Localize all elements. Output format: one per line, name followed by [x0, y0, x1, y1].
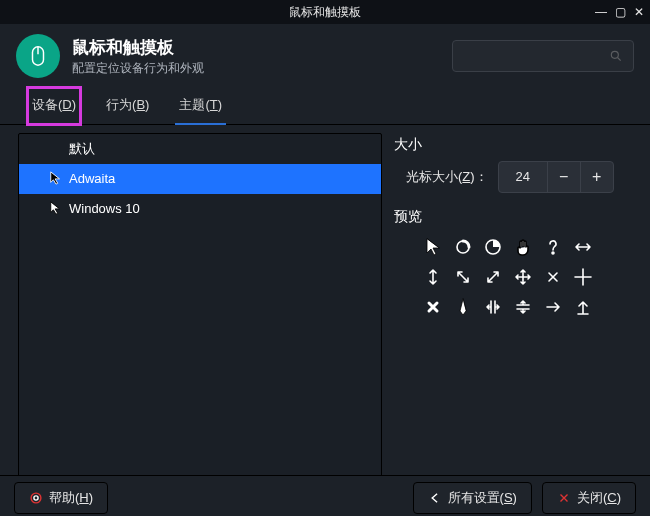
cursor-resize-ew-icon	[568, 232, 598, 262]
search-icon	[609, 49, 623, 63]
page-title: 鼠标和触摸板	[72, 36, 204, 60]
cursor-size-value: 24	[499, 168, 547, 186]
header-titles: 鼠标和触摸板 配置定位设备行为和外观	[72, 36, 204, 77]
cursor-resize-row-icon	[508, 292, 538, 322]
list-item-label: Adwaita	[69, 170, 115, 188]
all-settings-button[interactable]: 所有设置(S)	[413, 482, 532, 514]
tab-devices[interactable]: 设备(D)	[28, 88, 80, 124]
cursor-preview-grid	[418, 232, 632, 322]
maximize-button[interactable]: ▢	[615, 4, 626, 21]
list-item-label: 默认	[69, 140, 95, 158]
arrow-left-icon	[428, 491, 442, 505]
list-item[interactable]: 默认	[19, 134, 381, 164]
body: 默认 Adwaita Windows 10 大小 光标大小(Z)： 24 − +…	[0, 125, 650, 477]
cursor-arrow-icon	[418, 232, 448, 262]
cursor-resize-nwse-icon	[448, 262, 478, 292]
svg-line-3	[618, 58, 621, 61]
tab-theme[interactable]: 主题(T)	[175, 88, 226, 124]
cursor-crosshair-icon	[568, 262, 598, 292]
close-button[interactable]: 关闭(C)	[542, 482, 636, 514]
cursor-not-allowed-icon	[538, 262, 568, 292]
cursor-resize-nesw-icon	[478, 262, 508, 292]
cursor-resize-ns-icon	[418, 262, 448, 292]
footer: 帮助(H) 所有设置(S) 关闭(C)	[0, 475, 650, 516]
cursor-icon	[49, 201, 63, 215]
window-title: 鼠标和触摸板	[289, 4, 361, 21]
close-icon	[557, 491, 571, 505]
cursor-size-stepper[interactable]: 24 − +	[498, 161, 614, 193]
right-pane: 大小 光标大小(Z)： 24 − + 预览	[394, 133, 632, 477]
preview-heading: 预览	[394, 207, 632, 227]
cursor-deny-icon	[418, 292, 448, 322]
minimize-button[interactable]: —	[595, 4, 607, 21]
lifebuoy-icon	[29, 491, 43, 505]
tab-behavior[interactable]: 行为(B)	[102, 88, 153, 124]
list-item[interactable]: Adwaita	[19, 164, 381, 194]
cursor-resize-col-icon	[478, 292, 508, 322]
svg-point-2	[611, 51, 618, 58]
cursor-right-icon	[538, 292, 568, 322]
increment-button[interactable]: +	[580, 162, 613, 192]
list-item[interactable]: Windows 10	[19, 194, 381, 224]
cursor-icon	[49, 171, 63, 185]
cursor-pen-icon	[448, 292, 478, 322]
mouse-icon	[16, 34, 60, 78]
cursor-progress-icon	[478, 232, 508, 262]
tabs: 设备(D) 行为(B) 主题(T)	[0, 88, 650, 125]
list-item-label: Windows 10	[69, 200, 140, 218]
help-button[interactable]: 帮助(H)	[14, 482, 108, 514]
cursor-move-icon	[508, 262, 538, 292]
cursor-help-icon	[538, 232, 568, 262]
theme-list[interactable]: 默认 Adwaita Windows 10	[18, 133, 382, 477]
cursor-up-icon	[568, 292, 598, 322]
window-controls: — ▢ ✕	[595, 0, 644, 24]
header: 鼠标和触摸板 配置定位设备行为和外观	[0, 24, 650, 88]
cursor-hand-icon	[508, 232, 538, 262]
decrement-button[interactable]: −	[547, 162, 580, 192]
titlebar: 鼠标和触摸板 — ▢ ✕	[0, 0, 650, 24]
cursor-busy-icon	[448, 232, 478, 262]
svg-point-6	[552, 252, 554, 254]
cursor-size-label: 光标大小(Z)：	[406, 168, 488, 186]
size-heading: 大小	[394, 135, 632, 155]
svg-point-8	[34, 496, 38, 500]
svg-point-7	[31, 493, 41, 503]
page-subtitle: 配置定位设备行为和外观	[72, 60, 204, 77]
search-input[interactable]	[452, 40, 634, 72]
close-window-button[interactable]: ✕	[634, 4, 644, 21]
